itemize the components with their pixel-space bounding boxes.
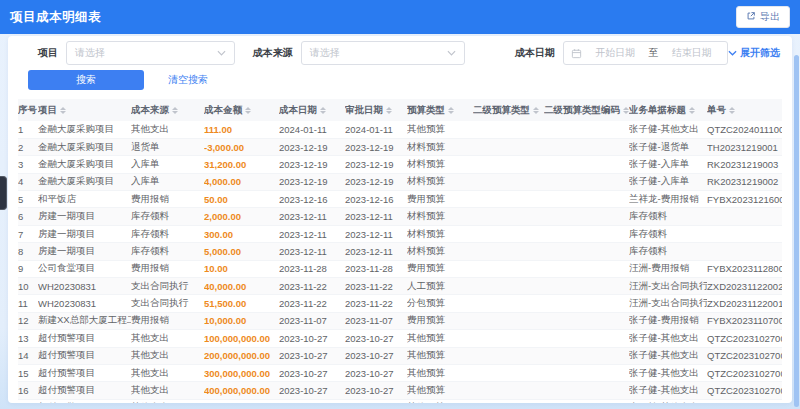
expand-filters-label: 展开筛选: [740, 46, 780, 60]
cost-date-range-picker[interactable]: 开始日期 至 结束日期: [563, 41, 728, 65]
table-header-row: 序号项目成本来源成本金额成本日期审批日期预算类型二级预算类型二级预算类型编码业务…: [18, 99, 782, 121]
cell-approval-date: 2023-10-27: [345, 364, 407, 381]
search-button[interactable]: 搜索: [28, 70, 144, 90]
cell-cost-amount: 300,000,000.00: [204, 364, 279, 381]
cell-cost-date: 2024-01-11: [279, 121, 345, 138]
cell-project: 房建一期项目: [38, 225, 131, 242]
cell-budget-subtype: [473, 295, 544, 312]
export-button[interactable]: 导出: [736, 6, 790, 28]
sort-caret-icon[interactable]: [320, 104, 326, 117]
filter-bar: 项目 请选择 成本来源 请选择 成本日期 开始日期 至 结束日期: [8, 36, 792, 65]
cell-cost-amount: 51,500.00: [204, 295, 279, 312]
cell-budget-subtype: [473, 173, 544, 190]
cell-approval-date: 2023-10-27: [345, 399, 407, 403]
project-select[interactable]: 请选择: [66, 41, 235, 65]
column-header-budget-subtype[interactable]: 二级预算类型: [473, 99, 544, 121]
column-header-label: 成本来源: [131, 104, 169, 117]
cell-cost-date: 2023-12-19: [279, 156, 345, 173]
sort-caret-icon[interactable]: [172, 104, 178, 117]
side-drawer-handle[interactable]: [0, 176, 7, 210]
cell-cost-date: 2023-12-11: [279, 208, 345, 225]
start-date-input[interactable]: 开始日期: [587, 46, 643, 60]
column-header-cost-amount[interactable]: 成本金额: [204, 99, 279, 121]
column-header-project[interactable]: 项目: [38, 99, 131, 121]
column-header-approval-date[interactable]: 审批日期: [345, 99, 407, 121]
cell-index: 1: [18, 121, 38, 138]
column-header-doc-no[interactable]: 单号: [707, 99, 782, 121]
sort-caret-icon[interactable]: [533, 104, 539, 117]
cell-budget-subtype: [473, 330, 544, 347]
cell-budget-type: 材料预算: [407, 156, 473, 173]
cell-cost-date: 2023-10-27: [279, 382, 345, 399]
cell-cost-source: 其他支出: [131, 330, 204, 347]
cell-cost-source: 支出合同执行: [131, 278, 204, 295]
cell-budget-subtype-code: [544, 208, 629, 225]
cell-budget-subtype-code: [544, 399, 629, 403]
cell-index: 2: [18, 138, 38, 155]
cell-cost-source: 其他支出: [131, 399, 204, 403]
date-range-separator: 至: [649, 46, 659, 60]
cell-cost-date: 2023-10-27: [279, 364, 345, 381]
sort-caret-icon[interactable]: [689, 104, 695, 117]
project-select-placeholder: 请选择: [75, 46, 105, 60]
cell-budget-subtype-code: [544, 191, 629, 208]
cell-cost-amount: 300.00: [204, 225, 279, 242]
cell-budget-subtype: [473, 382, 544, 399]
cell-budget-type: 其他预算: [407, 364, 473, 381]
sort-caret-icon[interactable]: [386, 104, 392, 117]
sort-caret-icon[interactable]: [448, 104, 454, 117]
sort-caret-icon[interactable]: [245, 104, 251, 117]
cell-cost-amount: 10,000.00: [204, 312, 279, 329]
cell-doc-title: 张子健-入库单: [629, 156, 707, 173]
vertical-scrollbar[interactable]: [794, 55, 799, 407]
topbar: 项目成本明细表 导出: [0, 0, 800, 34]
cell-budget-type: 材料预算: [407, 243, 473, 260]
cell-index: 8: [18, 243, 38, 260]
cell-budget-subtype: [473, 278, 544, 295]
cell-cost-amount: 400,000,000.00: [204, 382, 279, 399]
cell-doc-title: 张子健-其他支出: [629, 121, 707, 138]
cell-doc-no: QTZC20240111001: [707, 121, 782, 138]
end-date-input[interactable]: 结束日期: [664, 46, 720, 60]
cell-budget-subtype: [473, 364, 544, 381]
cell-cost-date: 2023-11-22: [279, 295, 345, 312]
table-row: 5和平饭店费用报销50.002023-12-162023-12-16费用预算兰祥…: [18, 191, 782, 208]
table-body: 1金融大厦采购项目其他支出111.002024-01-112024-01-11其…: [18, 121, 782, 403]
sort-caret-icon[interactable]: [60, 104, 66, 117]
cell-budget-subtype-code: [544, 260, 629, 277]
cell-project: 超付预警项目: [38, 330, 131, 347]
table-row: 17超付预警项目其他支出500,000,000.002023-10-272023…: [18, 399, 782, 403]
cell-budget-type: 材料预算: [407, 138, 473, 155]
project-filter-label: 项目: [38, 46, 58, 60]
cell-doc-title: 兰祥龙-费用报销: [629, 191, 707, 208]
cell-budget-type: 材料预算: [407, 173, 473, 190]
column-header-cost-source[interactable]: 成本来源: [131, 99, 204, 121]
cost-source-select[interactable]: 请选择: [301, 41, 465, 65]
table-row: 3金融大厦采购项目入库单31,200.002023-12-192023-12-1…: [18, 156, 782, 173]
expand-filters-link[interactable]: 展开筛选: [728, 46, 780, 60]
table-row: 13超付预警项目其他支出100,000,000.002023-10-272023…: [18, 330, 782, 347]
column-header-cost-date[interactable]: 成本日期: [279, 99, 345, 121]
cell-doc-no: FYBX20231216001: [707, 191, 782, 208]
column-header-budget-subtype-code[interactable]: 二级预算类型编码: [544, 99, 629, 121]
cell-doc-no: [707, 243, 782, 260]
cost-source-select-placeholder: 请选择: [310, 46, 340, 60]
cell-budget-type: 费用预算: [407, 260, 473, 277]
cell-budget-subtype: [473, 191, 544, 208]
table-row: 2金融大厦采购项目退货单-3,000.002023-12-192023-12-1…: [18, 138, 782, 155]
cell-cost-source: 库存领料: [131, 243, 204, 260]
column-header-doc-title[interactable]: 业务单据标题: [629, 99, 707, 121]
cell-doc-title: 张子健-其他支出: [629, 364, 707, 381]
cell-index: 11: [18, 295, 38, 312]
cell-project: 超付预警项目: [38, 364, 131, 381]
sort-caret-icon[interactable]: [729, 104, 735, 117]
cell-cost-amount: 4,000.00: [204, 173, 279, 190]
clear-search-button[interactable]: 清空搜索: [168, 73, 208, 87]
cell-budget-type: 材料预算: [407, 208, 473, 225]
column-header-budget-type[interactable]: 预算类型: [407, 99, 473, 121]
cell-budget-subtype: [473, 399, 544, 403]
cell-budget-type: 费用预算: [407, 312, 473, 329]
column-header-label: 序号: [18, 104, 37, 117]
cell-doc-title: 汪洲-支出合同执行: [629, 295, 707, 312]
cell-cost-date: 2023-11-22: [279, 278, 345, 295]
